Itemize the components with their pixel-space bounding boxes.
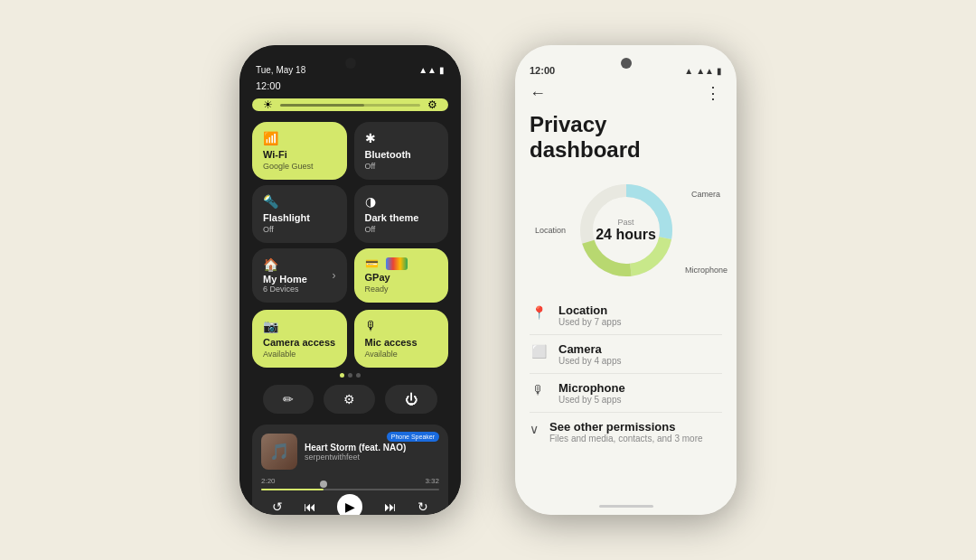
gpay-card: [386, 257, 408, 270]
microphone-name: Microphone: [558, 381, 722, 395]
location-info: Location Used by 7 apps: [558, 303, 722, 327]
gear-icon: ⚙: [343, 392, 355, 406]
see-other-info: See other permissions Files and media, c…: [549, 420, 722, 443]
music-progress[interactable]: 2:20 3:32: [261, 477, 439, 490]
flashlight-tile[interactable]: 🔦 Flashlight Off: [252, 185, 347, 243]
microphone-perm-icon: 🎙: [530, 383, 548, 397]
gpay-tile[interactable]: 💳 GPay Ready: [354, 248, 449, 303]
donut-hours-value: 24 hours: [596, 227, 656, 243]
brightness-fill: [280, 104, 364, 107]
gpay-subtitle: Ready: [365, 285, 438, 294]
donut-past-label: Past: [596, 218, 656, 227]
location-icon: 📍: [530, 305, 548, 320]
signal-icon: ▲▲: [418, 65, 436, 75]
microphone-apps: Used by 5 apps: [558, 395, 722, 405]
music-times: 2:20 3:32: [261, 477, 439, 485]
myhome-tile[interactable]: 🏠 My Home 6 Devices ›: [252, 248, 347, 303]
wifi-title: Wi-Fi: [263, 149, 336, 160]
right-phone: 12:00 ▲ ▲▲ ▮ ← ⋮ Privacy dashboard Locat…: [515, 45, 737, 515]
brightness-icon: ☀: [263, 98, 273, 111]
wifi-subtitle: Google Guest: [263, 162, 336, 171]
quick-tiles-row2: 🔦 Flashlight Off ◑ Dark theme Off: [239, 185, 461, 248]
power-toggle-button[interactable]: ⏻: [385, 385, 437, 414]
extra-tiles-row: 🏠 My Home 6 Devices › 💳 GPay Ready: [239, 248, 461, 303]
edit-button[interactable]: ✏: [263, 385, 314, 414]
right-signal-icon: ▲▲: [696, 66, 714, 76]
page-dot-1: [340, 373, 344, 378]
left-phone: Tue, May 18 ▲▲ ▮ 12:00 ☀ ⚙ 📶 Wi-Fi Googl…: [239, 45, 461, 515]
more-options-button[interactable]: ⋮: [705, 83, 722, 103]
album-art: 🎵: [261, 434, 297, 470]
skip-back-icon[interactable]: ⏮: [304, 499, 316, 514]
wifi-icon: 📶: [263, 131, 336, 145]
time-total: 3:32: [425, 477, 439, 485]
wifi-tile[interactable]: 📶 Wi-Fi Google Guest: [252, 122, 347, 180]
mic-access-title: Mic access: [365, 337, 438, 348]
right-screen: 12:00 ▲ ▲▲ ▮ ← ⋮ Privacy dashboard Locat…: [515, 45, 737, 515]
left-screen: Tue, May 18 ▲▲ ▮ 12:00 ☀ ⚙ 📶 Wi-Fi Googl…: [239, 45, 461, 515]
brightness-slider[interactable]: ☀ ⚙: [252, 98, 448, 111]
play-icon: ▶: [345, 499, 355, 514]
brightness-track: [280, 104, 420, 107]
time-current: 2:20: [261, 477, 276, 485]
microphone-info: Microphone Used by 5 apps: [558, 381, 722, 405]
darktheme-subtitle: Off: [365, 225, 438, 234]
forward-icon[interactable]: ↻: [418, 499, 428, 514]
mic-access-tile[interactable]: 🎙 Mic access Available: [354, 310, 449, 368]
edit-icon: ✏: [283, 392, 294, 406]
bluetooth-title: Bluetooth: [365, 149, 438, 160]
camera-permission[interactable]: ⬜ Camera Used by 4 apps: [530, 335, 722, 374]
right-time: 12:00: [530, 65, 555, 76]
expand-icon: ∨: [530, 422, 539, 436]
camera-access-tile[interactable]: 📷 Camera access Available: [252, 310, 347, 368]
right-battery-icon: ▮: [717, 66, 722, 76]
flashlight-subtitle: Off: [263, 225, 336, 234]
bluetooth-icon: ✱: [365, 131, 438, 145]
play-button[interactable]: ▶: [337, 494, 362, 515]
home-icon: 🏠: [263, 257, 307, 272]
back-button[interactable]: ←: [530, 84, 546, 103]
camera-access-icon: 📷: [263, 319, 336, 333]
music-title: Heart Storm (feat. NAO): [305, 443, 439, 453]
right-status-icons: ▲ ▲▲ ▮: [684, 66, 722, 76]
left-camera-dot: [345, 58, 356, 69]
right-nav: ← ⋮: [515, 79, 737, 107]
darktheme-title: Dark theme: [365, 212, 438, 223]
permission-list: 📍 Location Used by 7 apps ⬜ Camera Used …: [515, 289, 737, 501]
camera-apps: Used by 4 apps: [558, 356, 722, 366]
see-other-permissions[interactable]: ∨ See other permissions Files and media,…: [530, 413, 722, 451]
skip-forward-icon[interactable]: ⏭: [384, 499, 397, 514]
flashlight-icon: 🔦: [263, 194, 336, 209]
camera-perm-icon: ⬜: [530, 344, 548, 359]
bluetooth-tile[interactable]: ✱ Bluetooth Off: [354, 122, 449, 180]
gpay-title: GPay: [365, 272, 438, 283]
darktheme-tile[interactable]: ◑ Dark theme Off: [354, 185, 449, 243]
left-time: 12:00: [239, 79, 461, 93]
speaker-badge: Phone Speaker: [387, 432, 439, 442]
camera-access-title: Camera access: [263, 337, 336, 348]
location-name: Location: [558, 303, 722, 317]
right-wifi-icon: ▲: [684, 66, 693, 76]
location-permission[interactable]: 📍 Location Used by 7 apps: [530, 296, 722, 335]
progress-track: [261, 489, 439, 490]
microphone-donut-label: Microphone: [685, 266, 727, 275]
settings-gear-icon[interactable]: ⚙: [427, 98, 437, 111]
page-indicators: [239, 368, 461, 379]
music-artist: serpentwithfeet: [305, 453, 439, 462]
camera-name: Camera: [558, 342, 722, 356]
quick-tiles-row1: 📶 Wi-Fi Google Guest ✱ Bluetooth Off: [239, 117, 461, 185]
microphone-permission[interactable]: 🎙 Microphone Used by 5 apps: [530, 374, 722, 413]
music-controls: ↺ ⏮ ▶ ⏭ ↻: [261, 494, 439, 515]
bottom-controls: ✏ ⚙ ⏻: [239, 379, 461, 419]
settings-button[interactable]: ⚙: [324, 385, 375, 414]
myhome-subtitle: 6 Devices: [263, 285, 307, 294]
location-label: Location: [535, 226, 566, 235]
page-dot-2: [348, 373, 352, 378]
battery-icon: ▮: [439, 65, 445, 75]
left-status-icons: ▲▲ ▮: [418, 65, 445, 75]
see-other-sublabel: Files and media, contacts, and 3 more: [549, 434, 722, 443]
camera-info: Camera Used by 4 apps: [558, 342, 722, 366]
replay-icon[interactable]: ↺: [272, 499, 283, 514]
right-camera-dot: [621, 58, 632, 69]
bluetooth-subtitle: Off: [365, 162, 438, 171]
